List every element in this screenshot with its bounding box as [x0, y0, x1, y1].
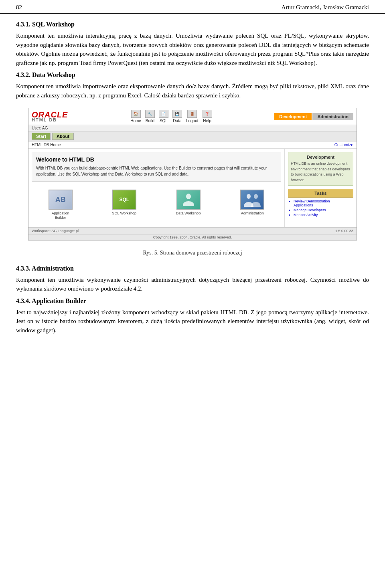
welcome-box: Welcome to HTML DB With HTML DB you can …	[32, 152, 281, 182]
data-workshop-icon	[181, 192, 196, 207]
about-tab[interactable]: About	[52, 133, 74, 140]
nav-home[interactable]: 🏠 Home	[130, 110, 141, 123]
oracle-body: Welcome to HTML DB With HTML DB you can …	[28, 149, 357, 227]
svg-point-1	[247, 194, 251, 199]
data-workshop-icon-item[interactable]: Data Workshop	[176, 190, 201, 220]
tab-administration[interactable]: Administration	[312, 113, 353, 120]
app-builder-icon-item[interactable]: AB ApplicationBuilder	[49, 190, 73, 220]
data-workshop-label: Data Workshop	[176, 211, 201, 216]
nav-sql[interactable]: 📄 SQL	[159, 110, 168, 123]
footer-version: 1.5.0.00.33	[335, 229, 353, 233]
toolbar-nav: 🏠 Home 🔧 Build 📄 SQL 💾 Data 🚪 Log	[130, 110, 212, 123]
section-433-para1: Komponent ten umożliwia wykonywanie czyn…	[16, 275, 369, 293]
logout-icon: 🚪	[187, 110, 197, 118]
oracle-footer: Workspace: AG Language: pl 1.5.0.00.33	[28, 227, 357, 234]
section-432-heading: 4.3.2. Data Workshop	[16, 71, 369, 79]
tab-development[interactable]: Development	[274, 113, 312, 120]
tasks-list: Review DemonstrationApplications Manage …	[288, 199, 353, 217]
welcome-title: Welcome to HTML DB	[36, 156, 277, 163]
breadcrumb-bar: HTML DB Home Customize	[28, 141, 357, 149]
page-header-title: Artur Gramacki, Jarosław Gramacki	[282, 4, 369, 11]
nav-logout[interactable]: 🚪 Logout	[186, 110, 199, 123]
administration-icon	[242, 192, 262, 208]
section-431-para1: Komponent ten umożliwia interakcyjną pra…	[16, 31, 369, 67]
help-icon: ❓	[203, 110, 212, 118]
sql-icon: 📄	[159, 110, 168, 118]
page-number: 82	[16, 4, 22, 11]
app-builder-icon-box: AB	[49, 190, 73, 210]
svg-point-0	[186, 194, 191, 199]
oracle-screenshot: ORACLE HTML DB 🏠 Home 🔧 Build 📄 SQL 💾	[28, 108, 357, 240]
oracle-main-area: Welcome to HTML DB With HTML DB you can …	[28, 149, 284, 227]
dev-body: HTML DB is an online development environ…	[291, 161, 351, 183]
administration-icon-box	[240, 190, 264, 210]
welcome-body: With HTML DB you can build database-cent…	[36, 165, 277, 177]
section-434-para1: Jest to najważniejszy i najbardziej złoż…	[16, 308, 369, 335]
start-tab[interactable]: Start	[32, 133, 51, 140]
nav-data[interactable]: 💾 Data	[172, 110, 182, 123]
dev-title: Development	[291, 155, 351, 160]
app-builder-label: ApplicationBuilder	[52, 211, 69, 220]
svg-point-2	[254, 194, 258, 199]
sql-workshop-icon-item[interactable]: SQL SQL Workshop	[112, 190, 136, 220]
home-icon: 🏠	[131, 110, 141, 118]
sql-workshop-icon-box: SQL	[112, 190, 136, 210]
section-432-para1: Komponent ten umożliwia importowanie ora…	[16, 82, 369, 100]
tasks-title: Tasks	[291, 191, 351, 196]
footer-left: Workspace: AG Language: pl	[32, 229, 79, 233]
section-433-heading: 4.3.3. Administration	[16, 265, 369, 272]
tasks-box: Tasks	[288, 189, 353, 198]
administration-icon-item[interactable]: Administration	[240, 190, 264, 220]
oracle-toolbar: ORACLE HTML DB 🏠 Home 🔧 Build 📄 SQL 💾	[28, 108, 357, 125]
data-icon: 💾	[172, 110, 182, 118]
task-monitor-activity[interactable]: Monitor Activity	[294, 213, 353, 217]
start-about-tabs: Start About	[28, 131, 357, 141]
administration-label: Administration	[241, 211, 264, 216]
oracle-sidebar: Development HTML DB is an online develop…	[284, 149, 357, 227]
figure-caption: Rys. 5. Strona domowa przestrzeni robocz…	[16, 249, 369, 257]
page-header: 82 Artur Gramacki, Jarosław Gramacki	[0, 0, 385, 14]
section-434-heading: 4.3.4. Application Builder	[16, 297, 369, 305]
nav-help[interactable]: ❓ Help	[203, 110, 212, 123]
section-431-heading: 4.3.1. SQL Workshop	[16, 21, 369, 28]
app-builder-icon: AB	[55, 196, 66, 204]
footer-copyright: Copyright 1999, 2004, Oracle. All rights…	[28, 234, 357, 240]
task-manage-developers[interactable]: Manage Developers	[294, 208, 353, 212]
breadcrumb: HTML DB Home	[32, 143, 61, 147]
user-bar: User: AG	[28, 125, 357, 131]
nav-build[interactable]: 🔧 Build	[145, 110, 155, 123]
development-box: Development HTML DB is an online develop…	[288, 152, 353, 186]
sql-workshop-label: SQL Workshop	[112, 211, 136, 216]
sql-workshop-icon: SQL	[119, 197, 129, 202]
customize-link[interactable]: Customize	[334, 143, 353, 147]
task-review-demo[interactable]: Review DemonstrationApplications	[294, 199, 353, 207]
toolbar-tabs: Development Administration	[274, 113, 353, 120]
icons-row: AB ApplicationBuilder SQL SQL Workshop	[32, 186, 281, 224]
build-icon: 🔧	[145, 110, 155, 118]
data-workshop-icon-box	[176, 190, 201, 210]
main-content: 4.3.1. SQL Workshop Komponent ten umożli…	[0, 21, 385, 335]
htmldb-logo-text: HTML DB	[32, 118, 68, 122]
oracle-logo: ORACLE HTML DB	[32, 111, 68, 122]
